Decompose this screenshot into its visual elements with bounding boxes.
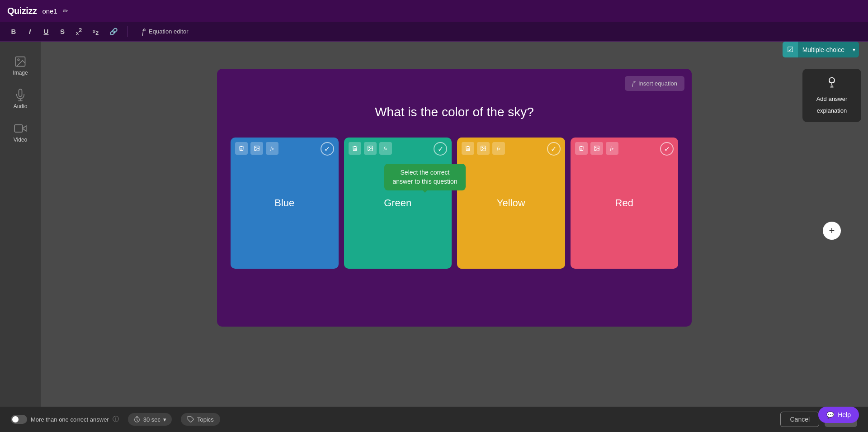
edit-icon[interactable]: ✏: [63, 7, 68, 14]
quiz-name[interactable]: one1: [42, 7, 57, 15]
logo: Quizizz: [7, 6, 37, 16]
explanation-line2: explanation: [817, 107, 847, 115]
check-blue[interactable]: ✓: [321, 142, 334, 156]
image-icon: [594, 145, 600, 152]
tag-icon: [187, 416, 194, 423]
sidebar-item-image-label: Image: [13, 70, 28, 76]
right-panel: Add answer explanation +: [796, 42, 868, 432]
add-answer-explanation[interactable]: Add answer explanation: [802, 69, 861, 122]
answer-card-blue[interactable]: fx Blue ✓: [231, 138, 339, 269]
question-text[interactable]: What is the color of the sky?: [226, 78, 683, 133]
equation-editor-label: Equation editor: [149, 28, 188, 35]
answer-card-red[interactable]: fx Red ✓: [571, 138, 679, 269]
help-icon: 💬: [826, 411, 834, 418]
superscript-button[interactable]: x2: [72, 25, 85, 38]
answer-toolbar-green: fx: [349, 142, 392, 155]
insert-equation-icon: fx: [632, 80, 636, 87]
top-bar: Quizizz one1 ✏: [0, 0, 868, 22]
image-icon: [254, 145, 260, 152]
insert-equation-label: Insert equation: [638, 80, 677, 87]
image-green-button[interactable]: [364, 142, 377, 155]
main-area: Image Audio Video ☑ Multiple-choice: [0, 42, 868, 432]
svg-point-1: [18, 59, 19, 61]
delete-icon: [578, 145, 585, 152]
formula-green-button[interactable]: fx: [379, 142, 392, 155]
bottom-bar: More than one correct answer ⓘ 30 sec ▾ …: [0, 407, 868, 432]
check-green[interactable]: ✓: [434, 142, 447, 156]
delete-icon: [352, 145, 358, 152]
toolbar: B I U S x2 x2 🔗 fx Equation editor: [0, 22, 868, 42]
help-button[interactable]: 💬 Help: [818, 407, 859, 423]
delete-yellow-button[interactable]: [462, 142, 474, 155]
svg-point-7: [255, 147, 256, 148]
toggle-switch[interactable]: [11, 415, 27, 424]
lightbulb-icon: [826, 76, 838, 89]
sidebar-item-audio-label: Audio: [14, 103, 28, 109]
image-icon: [480, 145, 486, 152]
sidebar-item-video[interactable]: Video: [5, 118, 36, 147]
check-red[interactable]: ✓: [660, 142, 674, 156]
image-blue-button[interactable]: [250, 142, 263, 155]
question-wrapper: ☑ Multiple-choice ▾ fx Insert equation W…: [41, 42, 868, 432]
more-correct-toggle: More than one correct answer ⓘ: [11, 415, 119, 424]
bulb-icon: [826, 76, 838, 91]
delete-green-button[interactable]: [349, 142, 361, 155]
formula-red-button[interactable]: fx: [606, 142, 618, 155]
topics-label: Topics: [197, 416, 214, 423]
equation-editor-button[interactable]: fx Equation editor: [137, 25, 193, 38]
svg-point-11: [482, 147, 483, 148]
bold-button[interactable]: B: [7, 26, 20, 37]
image-yellow-button[interactable]: [477, 142, 490, 155]
answer-label-yellow: Yellow: [497, 197, 525, 209]
svg-point-9: [369, 147, 370, 148]
image-icon: [14, 55, 27, 68]
time-arrow-icon: ▾: [163, 416, 166, 423]
delete-red-button[interactable]: [575, 142, 588, 155]
delete-blue-button[interactable]: [235, 142, 248, 155]
explanation-line1: Add answer: [816, 95, 848, 103]
delete-icon: [238, 145, 245, 152]
underline-button[interactable]: U: [40, 26, 52, 37]
answer-card-green[interactable]: fx Green ✓: [344, 138, 452, 269]
image-red-button[interactable]: [590, 142, 603, 155]
answer-toolbar-blue: fx: [235, 142, 278, 155]
question-card: fx Insert equation What is the color of …: [217, 69, 692, 327]
formula-yellow-button[interactable]: fx: [492, 142, 505, 155]
image-icon: [367, 145, 373, 152]
toolbar-divider: [127, 26, 127, 37]
info-icon[interactable]: ⓘ: [113, 415, 119, 423]
time-button[interactable]: 30 sec ▾: [128, 413, 172, 426]
sidebar-item-video-label: Video: [14, 137, 27, 143]
answer-card-yellow[interactable]: fx Yellow ✓: [457, 138, 565, 269]
answer-label-blue: Blue: [274, 197, 294, 209]
insert-equation-button[interactable]: fx Insert equation: [625, 76, 684, 91]
add-option-button[interactable]: +: [823, 222, 841, 240]
tooltip-text: Select the correct answer to this questi…: [392, 169, 457, 185]
cancel-button[interactable]: Cancel: [780, 412, 819, 427]
time-label: 30 sec: [143, 416, 160, 423]
equation-icon: fx: [142, 27, 146, 36]
more-correct-label: More than one correct answer: [31, 416, 109, 423]
check-yellow[interactable]: ✓: [547, 142, 561, 156]
link-button[interactable]: 🔗: [106, 26, 122, 38]
tooltip: Select the correct answer to this questi…: [384, 164, 466, 190]
left-sidebar: Image Audio Video: [0, 42, 41, 432]
answer-label-green: Green: [384, 197, 411, 209]
svg-marker-4: [23, 126, 26, 131]
svg-point-13: [595, 147, 596, 148]
answer-toolbar-red: fx: [575, 142, 618, 155]
italic-button[interactable]: I: [24, 26, 36, 37]
answer-label-red: Red: [615, 197, 633, 209]
subscript-button[interactable]: x2: [89, 25, 102, 38]
answers-grid: fx Blue ✓ fx Gr: [226, 138, 683, 278]
sidebar-item-image[interactable]: Image: [5, 51, 36, 81]
help-label: Help: [838, 411, 851, 418]
delete-icon: [465, 145, 471, 152]
topics-button[interactable]: Topics: [181, 413, 220, 426]
svg-rect-5: [14, 125, 22, 132]
answer-toolbar-yellow: fx: [462, 142, 505, 155]
strikethrough-button[interactable]: S: [56, 26, 69, 37]
formula-blue-button[interactable]: fx: [266, 142, 278, 155]
video-icon: [14, 122, 27, 135]
sidebar-item-audio[interactable]: Audio: [5, 84, 36, 114]
